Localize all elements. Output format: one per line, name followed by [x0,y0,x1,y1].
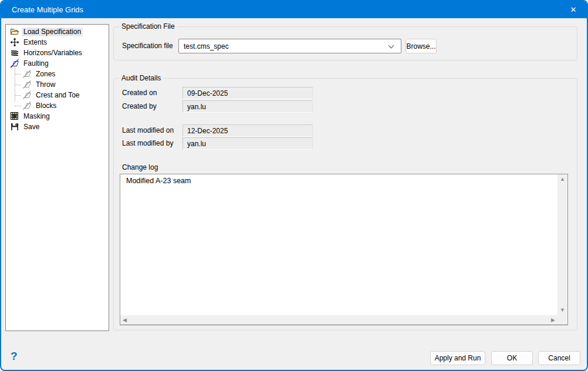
created-on-label: Created on [122,89,157,97]
created-by-label: Created by [122,102,157,110]
tree-item-faulting[interactable]: Faulting [6,58,109,69]
apply-and-run-button[interactable]: Apply and Run [430,351,485,365]
fault-gray-icon [22,90,32,100]
last-modified-on-field: 12-Dec-2025 [183,124,313,137]
tree-connector [15,106,21,106]
fault-gray-icon [22,80,32,89]
navigation-tree: Load Specification Extents [5,24,109,331]
help-icon[interactable]: ? [11,350,18,363]
horizontal-scrollbar[interactable]: ◀ ▶ [120,315,557,325]
tree-item-throw[interactable]: Throw [6,79,109,90]
tree-item-label: Save [22,123,41,131]
chevron-down-icon [388,43,394,49]
specification-file-label: Specification file [122,42,173,50]
tree-item-label: Load Specification [22,28,83,36]
tree-item-label: Blocks [34,102,58,110]
tree-item-blocks[interactable]: Blocks [6,100,109,111]
tree-connector-line [15,68,15,102]
fault-icon [9,59,19,68]
layers-icon [9,48,19,58]
created-on-field: 09-Dec-2025 [183,87,313,99]
fault-gray-icon [22,69,32,79]
save-icon [9,122,19,131]
folder-open-icon [9,27,19,36]
tree-item-crest-and-toe[interactable]: Crest and Toe [6,90,109,100]
created-by-field: yan.lu [183,100,313,113]
browse-button[interactable]: Browse... [405,39,437,53]
tree-item-horizons-variables[interactable]: Horizons/Variables [6,48,109,58]
change-log-label: Change log [122,163,158,171]
ok-button[interactable]: OK [491,351,533,365]
tree-item-label: Masking [22,112,52,121]
audit-details-group: Audit Details Created on 09-Dec-2025 Cre… [113,78,577,330]
specification-file-group: Specification File Specification file te… [113,26,577,60]
tree-item-label: Horizons/Variables [22,49,84,58]
create-multiple-grids-dialog: Create Multiple Grids ✕ Load Specificati… [0,0,588,371]
scroll-right-icon[interactable]: ▶ [549,315,557,325]
tree-item-zones[interactable]: Zones [6,69,109,79]
tree-item-label: Faulting [22,59,50,68]
window-title: Create Multiple Grids [12,5,83,14]
close-button[interactable]: ✕ [560,1,587,18]
tree-item-label: Throw [34,80,57,89]
group-title: Audit Details [119,74,163,82]
last-modified-on-value: 12-Dec-2025 [187,127,228,135]
move-icon [9,38,19,47]
tree-item-label: Crest and Toe [34,91,82,100]
group-title: Specification File [119,22,177,31]
created-by-value: yan.lu [187,103,206,111]
last-modified-by-field: yan.lu [183,137,313,150]
title-bar[interactable]: Create Multiple Grids ✕ [1,1,587,18]
tree-item-label: Zones [34,70,57,79]
scroll-down-icon[interactable]: ▼ [557,305,567,315]
vertical-scrollbar[interactable]: ▲ ▼ [557,174,567,315]
specification-file-combobox[interactable]: test.cms_spec [178,39,401,53]
scrollbar-corner [557,315,567,325]
close-icon: ✕ [570,5,577,14]
combobox-value: test.cms_spec [184,42,229,50]
change-log-textarea[interactable]: Modified A-23 seam ▲ ▼ ◀ ▶ [120,174,568,325]
last-modified-on-label: Last modified on [122,126,174,134]
change-log-content[interactable]: Modified A-23 seam [126,177,555,185]
cancel-button[interactable]: Cancel [538,351,580,365]
tree-item-load-specification[interactable]: Load Specification [6,26,109,37]
tree-connector [15,74,21,75]
scroll-up-icon[interactable]: ▲ [557,174,567,184]
fault-gray-icon [22,101,32,110]
tree-connector [15,95,21,96]
tree-item-extents[interactable]: Extents [6,37,109,48]
mask-grid-icon [9,112,19,121]
tree-item-save[interactable]: Save [6,122,109,132]
tree-item-label: Extents [22,38,49,47]
scroll-left-icon[interactable]: ◀ [120,315,129,325]
created-on-value: 09-Dec-2025 [187,89,228,97]
faulting-children: Zones Throw [6,69,109,111]
tree-connector [15,85,21,85]
last-modified-by-label: Last modified by [122,139,173,147]
tree-item-masking[interactable]: Masking [6,111,109,122]
last-modified-by-value: yan.lu [187,140,206,148]
